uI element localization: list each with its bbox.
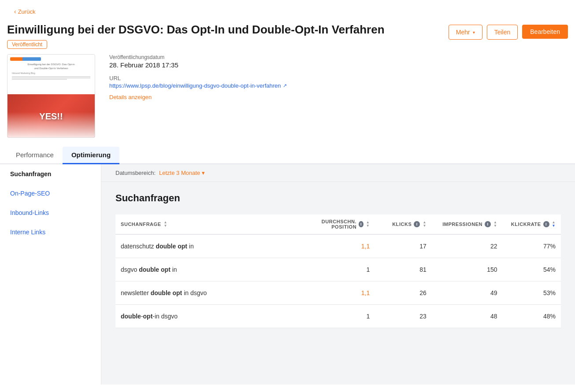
chevron-down-icon: ▾ <box>473 30 475 35</box>
cell-impressionen: 150 <box>432 258 503 281</box>
sidebar-item-on-page-seo[interactable]: On-Page-SEO <box>0 184 101 203</box>
pub-date-label: Veröffentlichungsdatum <box>109 54 568 60</box>
cell-query: newsletter double opt in dsgvo <box>115 281 304 305</box>
cell-klickrate: 53% <box>503 281 561 305</box>
cell-klicks: 17 <box>375 234 432 258</box>
cell-klickrate: 54% <box>503 258 561 281</box>
info-icon-klicks[interactable]: i <box>414 221 420 227</box>
bearbeiten-button[interactable]: Bearbeiten <box>522 25 568 39</box>
table-row: double-opt-in dsgvo1234848% <box>115 305 561 328</box>
sidebar-item-inbound-links[interactable]: Inbound-Links <box>0 203 101 222</box>
tab-performance[interactable]: Performance <box>7 147 63 164</box>
tab-optimierung[interactable]: Optimierung <box>63 147 119 164</box>
col-header-klicks: KLICKS i ▲▼ <box>375 214 432 234</box>
cell-position: 1 <box>304 258 375 281</box>
details-link[interactable]: Details anzeigen <box>109 94 152 100</box>
mehr-button[interactable]: Mehr ▾ <box>449 25 482 40</box>
date-range-select[interactable]: Letzte 3 Monate ▾ <box>159 170 205 176</box>
cell-impressionen: 49 <box>432 281 503 305</box>
table-row: dsgvo double opt in18115054% <box>115 258 561 281</box>
cell-klicks: 26 <box>375 281 432 305</box>
col-header-suchanfrage: SUCHANFRAGE ▲▼ <box>115 214 304 234</box>
sidebar-item-suchanfragen[interactable]: Suchanfragen <box>0 164 101 184</box>
cell-impressionen: 22 <box>432 234 503 258</box>
cell-impressionen: 48 <box>432 305 503 328</box>
sort-icon-position[interactable]: ▲▼ <box>366 221 370 228</box>
url-label: URL <box>109 75 568 81</box>
page-title: Einwilligung bei der DSGVO: Das Opt-In u… <box>7 23 449 37</box>
url-link[interactable]: https://www.lpsp.de/blog/einwilligung-ds… <box>109 82 568 89</box>
pub-date-value: 28. Februar 2018 17:35 <box>109 61 568 69</box>
cell-klickrate: 77% <box>503 234 561 258</box>
external-link-icon: ↗ <box>283 83 287 89</box>
cell-position: 1 <box>304 305 375 328</box>
cell-klicks: 81 <box>375 258 432 281</box>
info-icon-klickrate[interactable]: i <box>543 221 549 227</box>
info-icon-impressionen[interactable]: i <box>485 221 491 227</box>
date-range-bar: Datumsbereich: Letzte 3 Monate ▾ <box>101 164 575 182</box>
info-icon-position[interactable]: i <box>359 221 364 227</box>
sort-icon-klicks[interactable]: ▲▼ <box>423 221 426 228</box>
section-title: Suchanfragen <box>115 192 561 204</box>
cell-position: 1,1 <box>304 281 375 305</box>
back-link[interactable]: ‹ Zurück <box>7 4 42 19</box>
sort-icon-impressionen[interactable]: ▲▼ <box>493 221 497 228</box>
content-panel: Datumsbereich: Letzte 3 Monate ▾ Suchanf… <box>101 164 575 385</box>
cell-query: datenschutz double opt in <box>115 234 304 258</box>
cell-klickrate: 48% <box>503 305 561 328</box>
cell-klicks: 23 <box>375 305 432 328</box>
status-badge: Veröffentlicht <box>7 40 47 49</box>
date-range-label: Datumsbereich: <box>115 170 156 176</box>
table-row: newsletter double opt in dsgvo1,1264953% <box>115 281 561 305</box>
col-header-position: DURCHSCHN. POSITION i ▲▼ <box>304 214 375 234</box>
cell-query: double-opt-in dsgvo <box>115 305 304 328</box>
cell-query: dsgvo double opt in <box>115 258 304 281</box>
sidebar-item-interne-links[interactable]: Interne Links <box>0 222 101 242</box>
back-arrow-icon: ‹ <box>14 8 16 15</box>
sort-icon-suchanfrage[interactable]: ▲▼ <box>164 221 167 228</box>
tabs-bar: Performance Optimierung <box>0 147 575 164</box>
teilen-button[interactable]: Teilen <box>487 25 518 40</box>
sort-icon-klickrate[interactable]: ▲▼ <box>552 221 556 228</box>
table-row: datenschutz double opt in1,1172277% <box>115 234 561 258</box>
col-header-klickrate: KLICKRATE i ▲▼ <box>503 214 561 234</box>
chevron-down-icon: ▾ <box>202 170 205 176</box>
sidebar: Suchanfragen On-Page-SEO Inbound-Links I… <box>0 164 101 385</box>
col-header-impressionen: IMPRESSIONEN i ▲▼ <box>432 214 503 234</box>
cell-position: 1,1 <box>304 234 375 258</box>
suchanfragen-table: SUCHANFRAGE ▲▼ DURCHSCHN. POSITION i <box>115 214 561 328</box>
post-thumbnail: Einwilligung bei der DSGVO: Das Opt-inun… <box>7 54 95 138</box>
